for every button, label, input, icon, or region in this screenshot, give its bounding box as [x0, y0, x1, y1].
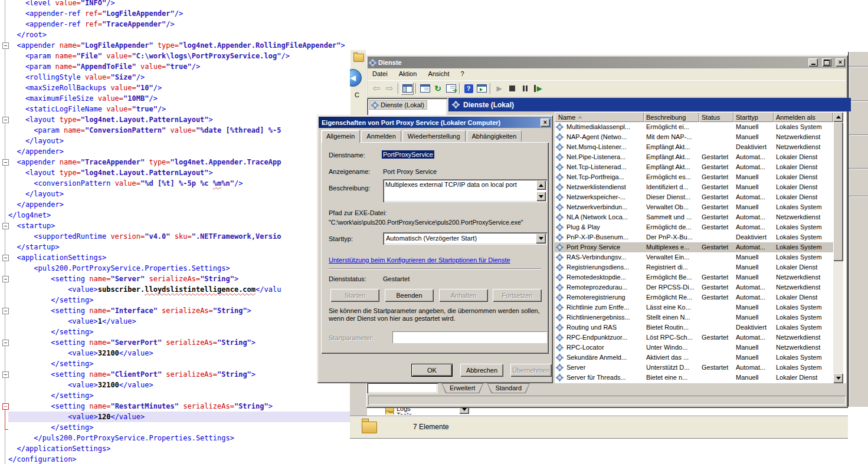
service-row[interactable]: NetzwerklistendienstIdentifiziert d...Ge…	[555, 182, 833, 192]
service-row[interactable]: PnP-X-IP-Busenum...Der PnP-X-Bu...Deakti…	[555, 232, 833, 242]
column-header-anmelden[interactable]: Anmelden als	[774, 112, 833, 122]
service-row[interactable]: Richtlinie zum Entfe...Lässt eine Ko...M…	[555, 302, 833, 312]
service-row[interactable]: NLA (Network Loca...Sammelt und ...Gesta…	[555, 212, 833, 222]
startoptions-help-link[interactable]: Unterstützung beim Konfigurieren der Sta…	[329, 256, 510, 264]
beschreibung-textarea[interactable]: Multiplexes external TCP/IP data on loca…	[383, 179, 547, 202]
code-line[interactable]: </appender>	[8, 146, 354, 157]
code-line[interactable]: <applicationSettings>	[8, 252, 354, 263]
service-row[interactable]: ServerUnterstützt D...GestartetAutomat..…	[555, 363, 833, 373]
tab-erweitert[interactable]: Erweitert	[441, 383, 483, 393]
code-line[interactable]: <appender-ref ref="LogFileAppender"/>	[8, 8, 354, 19]
abbrechen-button[interactable]: Abbrechen	[460, 364, 503, 377]
fold-toggle[interactable]: −	[2, 42, 9, 49]
service-row[interactable]: RemoteregistrierungErmöglicht Re...Gesta…	[555, 292, 833, 302]
textarea-scroll-up[interactable]	[536, 180, 546, 190]
code-line[interactable]: </setting>	[8, 422, 354, 433]
service-row[interactable]: Multimediaklassenpl...Ermöglicht ei...Ma…	[555, 122, 833, 132]
starttyp-combobox[interactable]: Automatisch (Verzögerter Start)	[383, 232, 547, 245]
service-row[interactable]: Net.Msmq-Listener...Empfängt Akt...Deakt…	[555, 142, 833, 152]
service-row[interactable]: Port Proxy ServiceMultiplexes e...Gestar…	[555, 242, 833, 252]
code-line[interactable]: <appender name="TraceAppender" type="log…	[8, 157, 354, 167]
code-line[interactable]: <setting name="ClientPort" serializeAs="…	[8, 369, 354, 380]
service-row[interactable]: RPC-LocatorUnter Windo...ManuellNetzwerk…	[555, 343, 833, 353]
service-row[interactable]: NAP-Agent (Netwo...Mit dem NAP-...Manuel…	[555, 132, 833, 142]
code-line[interactable]: <value>subscriber.lloydslistintelligence…	[8, 284, 354, 295]
beenden-button[interactable]: Beenden	[385, 289, 434, 302]
service-row[interactable]: Net.Pipe-Listenera...Empfängt Akt...Gest…	[555, 152, 833, 162]
service-row[interactable]: Remotedesktopdie...Ermöglicht Be...Gesta…	[555, 272, 833, 282]
code-line[interactable]: </root>	[8, 29, 354, 40]
pause-service-button[interactable]	[519, 82, 532, 95]
code-editor[interactable]: <level value="INFO"/> <appender-ref ref=…	[0, 0, 354, 464]
stop-service-button[interactable]	[506, 82, 519, 95]
explorer-back-button[interactable]: ◀	[350, 69, 362, 87]
starten-button[interactable]: Starten	[330, 289, 379, 302]
service-row[interactable]: Netzwerkspeicher-...Dieser Dienst...Gest…	[555, 192, 833, 202]
code-line[interactable]: <maxSizeRollBackups value="10"/>	[8, 83, 354, 93]
properties-button[interactable]	[418, 82, 431, 95]
starttyp-dropdown-button[interactable]	[536, 233, 546, 243]
service-row[interactable]: Server für Threads...Bietet eine n...Man…	[555, 373, 833, 383]
dialog-close-button[interactable]: ×	[541, 119, 550, 127]
fold-toggle[interactable]: −	[2, 276, 9, 282]
code-line[interactable]: </log4net>	[8, 210, 354, 221]
tab-anmelden[interactable]: Anmelden	[361, 130, 401, 141]
services-scrollbar[interactable]	[833, 112, 843, 383]
refresh-button[interactable]: ↻	[431, 82, 444, 95]
tab-abhaengigkeiten[interactable]: Abhängigkeiten	[467, 130, 522, 141]
code-line[interactable]: <value>1</value>	[8, 316, 354, 327]
code-line[interactable]: <rollingStyle value="Size"/>	[8, 72, 354, 83]
restart-service-button[interactable]: ▶	[532, 82, 545, 95]
tab-wiederherstellung[interactable]: Wiederherstellung	[402, 130, 466, 141]
code-line[interactable]: </layout>	[8, 189, 354, 199]
code-line[interactable]: </appender>	[8, 199, 354, 210]
maximize-button[interactable]	[822, 58, 831, 67]
export-list-button[interactable]: ➔	[444, 82, 457, 95]
code-line[interactable]: <value>32100</value>	[8, 380, 354, 390]
menu-datei[interactable]: Datei	[368, 68, 392, 79]
tab-allgemein[interactable]: Allgemein	[321, 130, 360, 143]
scrollbar-thumb[interactable]	[833, 122, 843, 261]
forward-button[interactable]: ⇨	[383, 82, 396, 95]
code-line[interactable]: </startup>	[8, 242, 354, 252]
code-line[interactable]: <appender-ref ref="TraceAppender"/>	[8, 19, 354, 29]
show-tree-button[interactable]	[401, 82, 414, 95]
fold-toggle[interactable]: −	[2, 308, 9, 314]
service-row[interactable]: RPC-Endpunktzuor...Löst RPC-Sch...Gestar…	[555, 333, 833, 343]
code-line[interactable]: </configuration>	[8, 454, 354, 464]
code-line[interactable]: <setting name="Server" serializeAs="Stri…	[8, 274, 354, 284]
service-row[interactable]: RAS-Verbindungsv...Verwaltet Ein...Manue…	[555, 252, 833, 262]
scroll-up-button[interactable]	[833, 112, 843, 122]
explorer-tree-item[interactable]: Tools	[397, 412, 412, 414]
uebernehmen-button[interactable]: Übernehmen	[510, 364, 552, 377]
code-line[interactable]: <layout type="log4net.Layout.PatternLayo…	[8, 114, 354, 125]
service-row[interactable]: Net.Tcp-Portfreiga...Ermöglicht es...Ges…	[555, 172, 833, 182]
fortsetzen-button[interactable]: Fortsetzen	[493, 289, 542, 302]
column-header-beschreibung[interactable]: Beschreibung	[644, 112, 699, 122]
code-line[interactable]: </applicationSettings>	[8, 443, 354, 454]
fold-toggle[interactable]: −	[2, 117, 9, 123]
column-header-starttyp[interactable]: Starttyp	[733, 112, 774, 122]
column-header-status[interactable]: Status	[699, 112, 733, 122]
code-line[interactable]: <value>120</value>	[8, 412, 352, 422]
code-line[interactable]: <setting name="Interface" serializeAs="S…	[8, 305, 354, 316]
fold-toggle[interactable]: −	[2, 159, 9, 166]
column-header-name[interactable]: Name	[555, 112, 644, 122]
startparameter-input[interactable]	[392, 331, 547, 343]
service-row[interactable]: Remoteprozedurau...Der RPCSS-Di...Gestar…	[555, 282, 833, 292]
code-line[interactable]: <param name="File" value="C:\work\logs\P…	[8, 51, 354, 61]
fold-toggle[interactable]: −	[2, 223, 9, 229]
code-line[interactable]: </setting>	[8, 327, 354, 337]
ok-button[interactable]: OK	[411, 364, 453, 377]
code-line[interactable]: <maximumFileSize value="10MB"/>	[8, 93, 354, 104]
bottom-filter-box[interactable]	[367, 383, 438, 393]
menu-hilfe[interactable]: ?	[456, 68, 469, 79]
anhalten-button[interactable]: Anhalten	[439, 289, 488, 302]
code-line[interactable]: </setting>	[8, 295, 354, 305]
textarea-scroll-down[interactable]	[536, 192, 546, 201]
close-button[interactable]: ×	[836, 58, 845, 67]
help-button[interactable]: ?	[462, 82, 475, 95]
service-row[interactable]: Richtlinienergebniss...Stellt einen N...…	[555, 312, 833, 323]
menu-aktion[interactable]: Aktion	[394, 68, 422, 79]
code-line[interactable]: </setting>	[8, 390, 354, 401]
